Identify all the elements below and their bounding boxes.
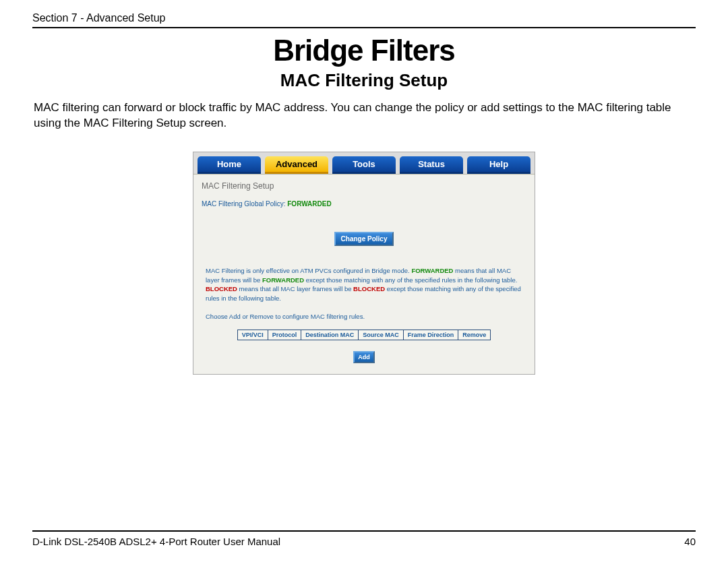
tab-advanced[interactable]: Advanced	[265, 156, 328, 174]
footer-page-number: 40	[684, 536, 696, 547]
keyword-blocked: BLOCKED	[206, 285, 237, 292]
change-policy-button[interactable]: Change Policy	[334, 232, 394, 246]
page-footer: D-Link DSL-2540B ADSL2+ 4-Port Router Us…	[32, 530, 696, 547]
explain-text: MAC Filtering is only effective on ATM P…	[206, 266, 522, 303]
choose-line: Choose Add or Remove to configure MAC fi…	[206, 313, 522, 320]
policy-value: FORWARDED	[287, 200, 331, 208]
explain-seg: means that all MAC layer frames will be	[237, 285, 353, 292]
tab-status[interactable]: Status	[400, 156, 463, 174]
lead-paragraph: MAC filtering can forward or block traff…	[34, 100, 694, 131]
panel-title: MAC Filtering Setup	[202, 181, 526, 191]
col-srcmac: Source MAC	[359, 330, 404, 340]
footer-manual-name: D-Link DSL-2540B ADSL2+ 4-Port Router Us…	[32, 536, 280, 547]
keyword-forwarded: FORWARDED	[262, 276, 304, 284]
router-ui-screenshot: Home Advanced Tools Status Help MAC Filt…	[193, 152, 535, 375]
policy-line: MAC Filtering Global Policy: FORWARDED	[202, 200, 526, 208]
col-destmac: Destination MAC	[301, 330, 359, 340]
add-button[interactable]: Add	[353, 351, 375, 363]
col-framedir: Frame Direction	[403, 330, 458, 340]
mac-filter-table: VPI/VCI Protocol Destination MAC Source …	[237, 330, 491, 340]
col-remove: Remove	[458, 330, 491, 340]
page-subtitle: MAC Filtering Setup	[32, 70, 696, 91]
panel-body: MAC Filtering Setup MAC Filtering Global…	[193, 174, 535, 374]
keyword-forwarded: FORWARDED	[411, 267, 453, 274]
tab-tools[interactable]: Tools	[332, 156, 396, 174]
tab-bar: Home Advanced Tools Status Help	[193, 152, 535, 174]
col-protocol: Protocol	[268, 330, 301, 340]
page-title: Bridge Filters	[32, 34, 696, 67]
policy-label: MAC Filtering Global Policy:	[202, 200, 287, 208]
explain-seg: MAC Filtering is only effective on ATM P…	[206, 267, 411, 274]
col-vpivci: VPI/VCI	[237, 330, 268, 340]
tab-help[interactable]: Help	[467, 156, 530, 174]
table-header-row: VPI/VCI Protocol Destination MAC Source …	[237, 330, 491, 340]
tab-home[interactable]: Home	[198, 156, 261, 174]
keyword-blocked: BLOCKED	[353, 285, 385, 292]
explain-seg: except those matching with any of the sp…	[304, 276, 517, 284]
section-header: Section 7 - Advanced Setup	[32, 12, 696, 28]
